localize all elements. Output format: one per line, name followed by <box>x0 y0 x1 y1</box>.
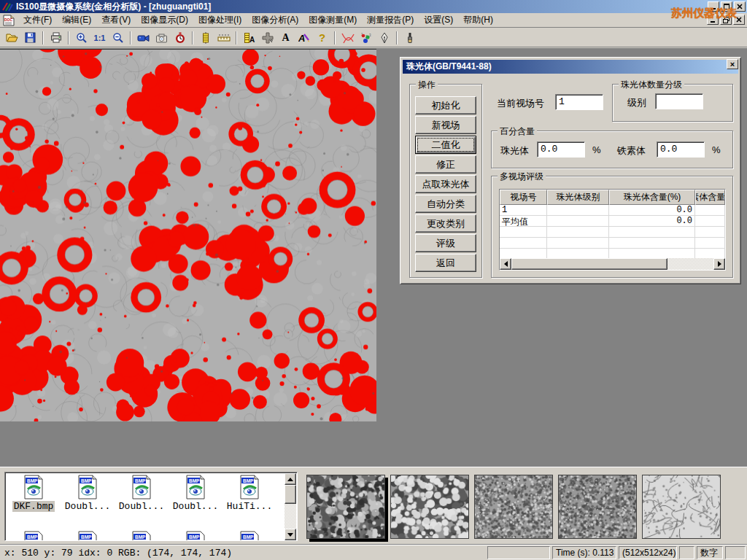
pearlite-percent-input[interactable]: 0.0 <box>537 141 585 158</box>
menu-image-process[interactable]: 图像处理(I) <box>193 12 247 28</box>
brush-button[interactable] <box>400 30 419 46</box>
menu-help[interactable]: 帮助(H) <box>458 12 498 28</box>
file-list-scrollbar[interactable] <box>285 473 296 540</box>
col-ferrite-content[interactable]: 铁素体含量(%) <box>695 190 725 205</box>
table-horizontal-scrollbar[interactable] <box>500 258 725 270</box>
help-button[interactable]: ? <box>313 30 331 46</box>
vertical-ruler-button[interactable] <box>196 30 214 46</box>
zoom-in-button[interactable] <box>72 30 90 46</box>
file-item-partial[interactable]: BMP <box>169 531 222 541</box>
maximize-button[interactable] <box>721 1 732 12</box>
cell <box>695 249 725 259</box>
rate-button[interactable]: 评级 <box>415 234 476 252</box>
workspace: 珠光体(GB/T9441-88) × 操作 初始化 新视场 二值化 修正 点取珠… <box>0 48 747 467</box>
save-button[interactable] <box>21 30 39 46</box>
move-button[interactable] <box>258 30 276 46</box>
open-button[interactable] <box>3 30 21 46</box>
horizontal-ruler-button[interactable] <box>214 30 233 46</box>
rgb-sample-button[interactable]: 123 <box>357 30 375 46</box>
cell <box>547 249 609 259</box>
file-item[interactable]: BMP Doubl... <box>61 475 115 512</box>
multi-field-group: 多视场评级 视场号 珠光体级别 珠光体含量(%) 铁素体含量(%) 1 0.0 <box>491 176 733 278</box>
col-pearlite-content[interactable]: 珠光体含量(%) <box>609 190 695 205</box>
scroll-right-button[interactable] <box>713 258 725 270</box>
return-button[interactable]: 返回 <box>415 254 476 272</box>
mdi-close-button[interactable] <box>733 15 745 25</box>
bmp-file-icon: BMP <box>131 475 152 499</box>
video-camera-button[interactable] <box>134 30 152 46</box>
change-class-button[interactable]: 更改类别 <box>415 214 476 233</box>
table-row[interactable]: 1 0.0 <box>500 205 725 216</box>
thumbnail-4[interactable] <box>558 475 637 539</box>
file-item-partial[interactable]: BMP <box>7 531 61 541</box>
minimize-button[interactable] <box>708 1 719 12</box>
col-field-no[interactable]: 视场号 <box>500 190 547 205</box>
mdi-minimize-button[interactable] <box>707 15 719 25</box>
thumbnail-1[interactable] <box>306 475 385 539</box>
cell <box>695 216 725 226</box>
file-item-partial[interactable]: BMP <box>61 531 115 541</box>
current-field-input[interactable]: 1 <box>555 94 603 110</box>
menu-image-display[interactable]: 图像显示(D) <box>136 12 193 28</box>
file-item-partial[interactable]: BMP <box>222 531 276 541</box>
cell <box>695 205 725 215</box>
thumbnail-3[interactable] <box>474 475 553 539</box>
bmp-file-icon: BMP <box>23 475 44 499</box>
thumbnail-2[interactable] <box>390 475 469 539</box>
scroll-left-button[interactable] <box>500 258 511 270</box>
correct-button[interactable]: 修正 <box>415 155 476 174</box>
scroll-up-button[interactable] <box>285 473 296 485</box>
svg-text:BMP: BMP <box>135 478 146 483</box>
file-item-partial[interactable]: BMP <box>115 531 169 541</box>
zoom-out-button[interactable] <box>109 30 127 46</box>
col-pearlite-grade[interactable]: 珠光体级别 <box>547 190 609 205</box>
dialog-close-button[interactable]: × <box>727 59 738 69</box>
file-item[interactable]: BMP HuiTi... <box>222 475 276 512</box>
new-field-button[interactable]: 新视场 <box>415 116 476 134</box>
ferrite-percent-input[interactable]: 0.0 <box>657 141 705 158</box>
grade-input[interactable] <box>655 93 703 109</box>
menu-file[interactable]: 文件(F) <box>18 12 57 28</box>
calibration-curve-button[interactable] <box>338 30 357 46</box>
initialize-button[interactable]: 初始化 <box>415 96 476 114</box>
menu-image-measure[interactable]: 图像测量(M) <box>303 12 362 28</box>
multi-field-table: 视场号 珠光体级别 珠光体含量(%) 铁素体含量(%) 1 0.0 平均值 <box>499 189 726 271</box>
pick-pearlite-button[interactable]: 点取珠光体 <box>415 175 476 193</box>
table-row[interactable]: 平均值 0.0 <box>500 216 725 227</box>
menu-edit[interactable]: 编辑(E) <box>57 12 96 28</box>
camera-button[interactable] <box>152 30 171 46</box>
file-item[interactable]: BMP Doubl... <box>169 475 222 512</box>
micrograph-image[interactable] <box>0 49 376 421</box>
actual-size-button[interactable]: 1:1 <box>90 30 109 46</box>
print-button[interactable] <box>47 30 65 46</box>
table-row[interactable] <box>500 238 725 249</box>
text-button[interactable]: A <box>276 30 295 46</box>
table-row[interactable] <box>500 227 725 238</box>
scroll-down-button[interactable] <box>285 529 296 540</box>
dialog-title-bar[interactable]: 珠光体(GB/T9441-88) <box>403 60 738 74</box>
scrollbar-track[interactable] <box>667 258 713 270</box>
pen-button[interactable] <box>375 30 393 46</box>
scrollbar-thumb[interactable] <box>285 485 296 504</box>
title-bar[interactable]: IS100显微摄像系统(金相分析版) - [zhuguangti01] <box>0 0 747 13</box>
file-item[interactable]: BMP DKF.bmp <box>7 475 61 512</box>
thumbnail-5[interactable] <box>642 475 721 539</box>
measure-label-button[interactable]: A <box>240 30 258 46</box>
menu-image-analysis[interactable]: 图像分析(A) <box>247 12 303 28</box>
menu-view[interactable]: 查看(V) <box>96 12 136 28</box>
cell <box>547 238 609 248</box>
menu-settings[interactable]: 设置(S) <box>419 12 458 28</box>
cell <box>609 227 695 237</box>
file-item[interactable]: BMP Doubl... <box>115 475 169 512</box>
close-button[interactable] <box>734 1 746 12</box>
timer-button[interactable] <box>171 30 189 46</box>
grade-label: 级别 <box>627 96 646 109</box>
svg-text:BMP: BMP <box>81 534 92 540</box>
edit-text-button[interactable]: A <box>295 30 313 46</box>
mdi-restore-button[interactable] <box>720 15 732 25</box>
binarize-button[interactable]: 二值化 <box>415 136 476 154</box>
auto-classify-button[interactable]: 自动分类 <box>415 195 476 213</box>
scrollbar-thumb[interactable] <box>511 258 667 270</box>
menu-report[interactable]: 测量报告(P) <box>362 12 419 28</box>
file-name: Doubl... <box>63 501 112 512</box>
